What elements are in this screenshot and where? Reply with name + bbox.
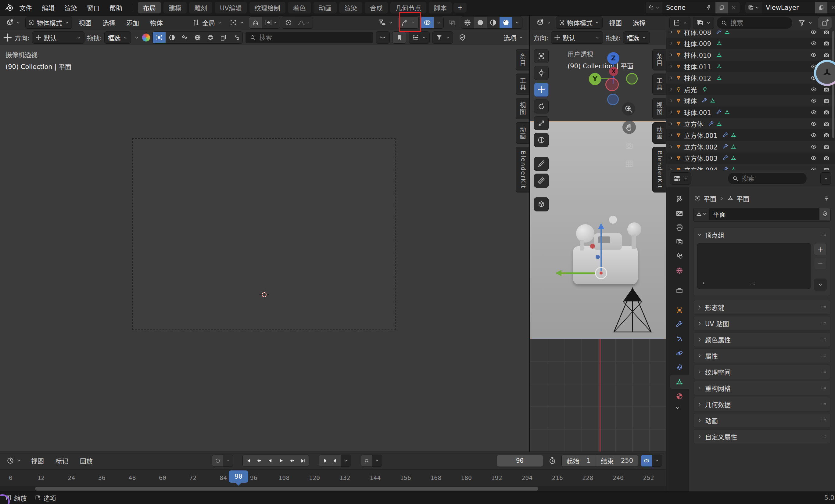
shading-solid[interactable] [474,17,487,28]
drag-field[interactable]: 框选 [623,32,650,44]
object-name[interactable]: 球体.001 [684,108,711,117]
overlays-dropdown[interactable] [434,17,443,28]
add-vertex-group-button[interactable]: ＋ [814,243,827,255]
wrench-icon[interactable] [722,144,729,150]
chevron-down-icon[interactable] [64,20,69,25]
gizmo-x-neg[interactable] [605,78,619,91]
object-name[interactable]: 柱体.010 [684,51,711,60]
meshdata-icon[interactable] [716,121,722,127]
properties-tab-viewlayer[interactable] [670,235,689,249]
eye-icon[interactable] [811,132,817,138]
side-tab-3[interactable]: 动画 [516,122,529,144]
wrench-icon[interactable] [722,155,729,161]
chevron-down-icon[interactable] [134,35,140,41]
properties-tab-collection[interactable] [670,283,689,298]
grip-icon[interactable] [821,353,827,359]
eye-icon[interactable] [811,86,817,93]
shading-dropdown[interactable] [512,17,522,28]
timeline-scrollbar[interactable] [0,486,666,492]
vertex-groups-list[interactable] [697,243,811,289]
side-tab-1[interactable]: 工具 [516,74,529,95]
panel-collapsed[interactable]: UV 贴图 [693,316,831,331]
viewlayer-browse-button[interactable] [745,2,762,14]
meshdata-icon[interactable] [716,75,722,81]
side-tab-2[interactable]: 视图 [652,98,666,119]
tool-measure[interactable] [534,174,549,188]
outliner-row[interactable]: 柱体.010 [666,49,835,61]
chevron-down-icon[interactable] [655,5,660,10]
meshdata-icon[interactable] [716,63,722,69]
asset-type-nodegroup[interactable] [230,32,242,43]
shading-rendered[interactable] [500,17,512,28]
outliner-search[interactable] [716,17,793,29]
object-name[interactable]: 球体 [684,96,697,105]
chevron-right-icon[interactable] [669,133,674,138]
chevron-down-icon[interactable] [823,176,828,181]
show-overlays-button[interactable] [421,17,434,28]
grip-icon[interactable] [750,281,756,287]
editor-type-button[interactable] [4,455,24,466]
tool-rotate[interactable] [534,99,549,114]
asset-type-material[interactable] [166,32,178,43]
meshdata-icon[interactable] [710,98,716,104]
meshdata-icon[interactable] [730,166,736,170]
chevron-down-icon[interactable] [641,35,647,40]
tool-annotate[interactable] [534,157,549,171]
chevron-down-icon[interactable] [343,458,348,463]
properties-options[interactable] [820,173,831,185]
asset-type-model[interactable] [153,32,166,43]
chevron-right-icon[interactable] [669,31,674,35]
eye-icon[interactable] [811,52,817,58]
object-name[interactable]: 立方体 [684,119,703,128]
timeline-menu-1[interactable]: 标记 [51,455,73,466]
display-mode-button[interactable] [409,32,430,44]
chevron-down-icon[interactable] [374,458,380,463]
scene-browse-button[interactable] [646,2,663,14]
meshdata-icon[interactable] [730,132,736,138]
verified-button[interactable] [455,32,469,43]
object-name[interactable]: 柱体.011 [684,62,711,71]
properties-tab-modifiers[interactable] [670,317,689,331]
snap-playhead-toggle[interactable] [361,455,372,466]
proportional-toggle[interactable] [282,17,295,28]
scene-delete-button[interactable] [728,2,740,14]
viewport-user[interactable]: 物体模式视图选择方向: 默认 拖拽: 框选 [530,15,666,451]
properties-tab-output[interactable] [670,220,689,235]
wrench-icon[interactable] [722,132,729,138]
chevron-down-icon[interactable] [817,282,823,288]
wrench-icon[interactable] [722,166,729,170]
grip-icon[interactable] [821,232,827,238]
orientation-field[interactable]: 默认 [551,32,603,44]
tool-add-cube[interactable] [534,197,549,211]
meshdata-icon[interactable] [716,40,722,46]
chevron-down-icon[interactable] [226,458,230,463]
asset-search-field[interactable] [245,32,373,44]
outliner-search-input[interactable] [730,19,788,27]
frame-start-field[interactable]: 起始1 [562,455,596,466]
camera-icon[interactable] [823,155,830,161]
outliner-row[interactable]: 立方体.001 [666,129,835,141]
menu-1[interactable]: 编辑 [37,2,59,14]
asset-type-printable[interactable] [204,32,217,43]
editor-type-button[interactable] [670,173,691,185]
pin-icon[interactable] [706,5,712,11]
meshdata-icon[interactable] [724,31,730,35]
snap-dropdown[interactable] [372,455,382,466]
editor-type-button[interactable] [533,17,554,28]
tool-transform[interactable] [534,133,549,147]
expand-icon[interactable] [700,280,707,286]
viewport-menu-1[interactable]: 选择 [98,17,120,28]
workspace-tab-2[interactable]: 雕刻 [189,2,212,14]
grip-icon[interactable] [821,434,827,440]
editor-type-button[interactable] [669,17,690,29]
wrench-icon[interactable] [716,109,722,115]
chevron-down-icon[interactable] [217,20,222,25]
menu-2[interactable]: 渲染 [60,2,82,14]
timeline-menu-2[interactable]: 回放 [75,455,97,466]
side-tab-0[interactable]: 条目 [516,49,529,70]
filter-button[interactable] [432,32,453,44]
gizmo-z[interactable]: Z [607,52,619,64]
breadcrumb-object[interactable]: 平面 [704,194,716,203]
mesh-browse-button[interactable] [693,208,709,220]
side-tab-3[interactable]: 动画 [652,122,666,144]
